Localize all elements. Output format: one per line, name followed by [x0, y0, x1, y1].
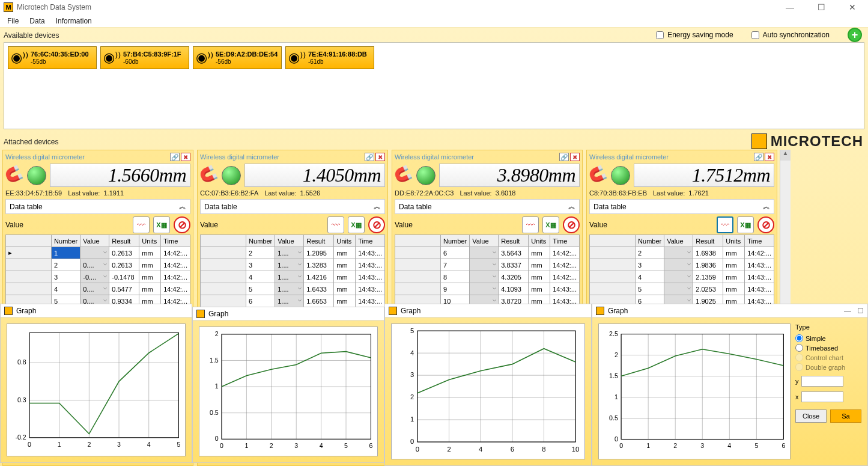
magnet-icon[interactable]: 🧲	[586, 164, 610, 188]
data-table-toggle[interactable]: Data table︽	[395, 199, 580, 214]
svg-text:6: 6	[782, 442, 785, 449]
delete-button[interactable]: ⊘	[368, 216, 385, 233]
add-device-button[interactable]: +	[848, 28, 862, 42]
table-row[interactable]: 21....1.2095mm14:43:...	[201, 247, 385, 259]
y-input[interactable]	[801, 376, 843, 387]
graph-title: Graph	[608, 307, 628, 315]
table-row[interactable]: 42.1359mm14:43:...	[590, 271, 774, 283]
magnet-icon[interactable]: 🧲	[2, 164, 26, 188]
delete-button[interactable]: ⊘	[757, 216, 774, 233]
svg-text:1: 1	[215, 382, 219, 390]
table-row[interactable]: 41....1.4216mm14:43:...	[201, 271, 385, 283]
menu-information[interactable]: Information	[56, 17, 92, 25]
chart-button[interactable]: 〰	[327, 216, 344, 233]
available-device-chip[interactable]: ◉⁾⁾5E:D9:A2:DB:DE:54-56db	[193, 46, 282, 69]
delete-button[interactable]: ⊘	[174, 216, 190, 233]
reading-display: 1.4050mm	[244, 164, 385, 187]
panel-close-icon[interactable]: ✖	[765, 153, 774, 161]
chevron-up-icon: ︽	[763, 201, 770, 212]
graph-window: Graph 0123450246810	[384, 304, 592, 466]
panel-close-icon[interactable]: ✖	[181, 153, 190, 161]
save-button[interactable]: Sa	[830, 409, 861, 423]
table-row[interactable]: 63.5643mm14:42:...	[395, 247, 580, 259]
chart-button[interactable]: 〰	[522, 216, 539, 233]
magnet-icon[interactable]: 🧲	[392, 164, 416, 188]
panel-title: Wireless digital micrometer	[5, 153, 85, 161]
table-row[interactable]: ▸10.2613mm14:42:...	[6, 247, 190, 259]
table-row[interactable]: 52.0253mm14:43:...	[590, 283, 774, 295]
radio-simple[interactable]: Simple	[795, 334, 861, 342]
svg-text:0.5: 0.5	[609, 414, 618, 422]
menu-data[interactable]: Data	[29, 17, 44, 25]
data-table: NumberValueResultUnitsTime 21....1.2095m…	[200, 235, 385, 307]
table-row[interactable]: 84.3205mm14:42:...	[395, 271, 580, 283]
radio-timebased[interactable]: Timebased	[795, 344, 861, 352]
table-row[interactable]: 51....1.6433mm14:43:...	[201, 283, 385, 295]
graph-window: Graph 00.511.520123456	[192, 307, 384, 463]
data-table-toggle[interactable]: Data table︽	[5, 199, 190, 214]
close-icon[interactable]: ✕	[840, 2, 864, 12]
graph-title: Graph	[401, 307, 420, 315]
data-table-toggle[interactable]: Data table︽	[200, 199, 385, 214]
radio-control-chart[interactable]: Control chart	[795, 354, 861, 361]
link-icon[interactable]: 🔗	[170, 153, 180, 161]
available-device-chip[interactable]: ◉⁾⁾76:6C:40:35:ED:00-55db	[8, 46, 97, 69]
export-excel-button[interactable]: X▦	[737, 216, 754, 233]
export-excel-button[interactable]: X▦	[348, 216, 365, 233]
status-led-icon	[611, 166, 630, 185]
minimize-icon[interactable]: —	[778, 2, 802, 12]
table-row[interactable]: 31....1.3283mm14:43:...	[201, 259, 385, 271]
chevron-up-icon: ︽	[374, 201, 381, 212]
radio-double-graph[interactable]: Double graph	[795, 363, 861, 371]
last-value: Last value: 1.1911	[68, 189, 124, 197]
graph-logo-icon	[596, 307, 604, 315]
delete-button[interactable]: ⊘	[563, 216, 580, 233]
chart-button[interactable]: 〰	[133, 216, 150, 233]
available-device-chip[interactable]: ◉⁾⁾7E:E4:91:16:88:DB-61db	[285, 46, 374, 69]
data-table: NumberValueResultUnitsTime 21.6938mm14:4…	[589, 235, 774, 307]
maximize-icon[interactable]: ☐	[857, 307, 864, 315]
table-row[interactable]: 3-0....-0.1478mm14:42:...	[6, 271, 190, 283]
link-icon[interactable]: 🔗	[365, 153, 374, 161]
maximize-icon[interactable]: ☐	[809, 2, 833, 12]
table-row[interactable]: 94.1093mm14:43:...	[395, 283, 580, 295]
chart-button[interactable]: 〰	[717, 216, 733, 233]
table-row[interactable]: 21.6938mm14:42:...	[590, 247, 774, 259]
svg-text:3: 3	[294, 442, 298, 449]
svg-text:0.8: 0.8	[17, 358, 26, 366]
svg-text:3: 3	[410, 371, 414, 378]
status-led-icon	[416, 166, 436, 185]
energy-saving-checkbox[interactable]: Energy saving mode	[656, 31, 733, 39]
table-row[interactable]: 40....0.5477mm14:42:...	[6, 283, 190, 295]
close-button[interactable]: Close	[795, 409, 827, 423]
auto-sync-checkbox[interactable]: Auto synchronization	[751, 31, 830, 39]
svg-text:4: 4	[479, 446, 482, 453]
device-id: CC:07:B3:E6:B2:FA	[200, 189, 258, 197]
svg-text:1: 1	[410, 415, 414, 423]
data-table-toggle[interactable]: Data table︽	[589, 199, 774, 214]
link-icon[interactable]: 🔗	[754, 153, 763, 161]
link-icon[interactable]: 🔗	[559, 153, 569, 161]
table-row[interactable]: 31.9836mm14:43:...	[590, 259, 774, 271]
minimize-icon[interactable]: —	[844, 307, 851, 315]
panel-close-icon[interactable]: ✖	[375, 153, 385, 161]
available-device-chip[interactable]: ◉⁾⁾57:B4:C5:83:9F:1F-60db	[100, 46, 189, 69]
plot-area: -0.20.30.8012345	[7, 323, 186, 456]
svg-text:2: 2	[673, 442, 677, 449]
table-row[interactable]: 73.8337mm14:42:...	[395, 259, 580, 271]
wifi-icon: ◉⁾⁾	[196, 51, 213, 64]
export-excel-button[interactable]: X▦	[153, 216, 170, 233]
svg-text:-0.2: -0.2	[16, 434, 26, 441]
svg-text:5: 5	[177, 441, 180, 448]
device-mac: 57:B4:C5:83:9F:1F	[123, 51, 181, 58]
device-signal: -61db	[308, 58, 367, 65]
table-row[interactable]: 20....0.2613mm14:42:...	[6, 259, 190, 271]
plot-area: 0123450246810	[391, 323, 585, 459]
magnet-icon[interactable]: 🧲	[197, 164, 221, 188]
panel-close-icon[interactable]: ✖	[570, 153, 580, 161]
wifi-icon: ◉⁾⁾	[288, 51, 306, 64]
wifi-icon: ◉⁾⁾	[11, 51, 28, 64]
x-input[interactable]	[801, 391, 843, 402]
menu-file[interactable]: File	[7, 17, 19, 25]
export-excel-button[interactable]: X▦	[542, 216, 559, 233]
